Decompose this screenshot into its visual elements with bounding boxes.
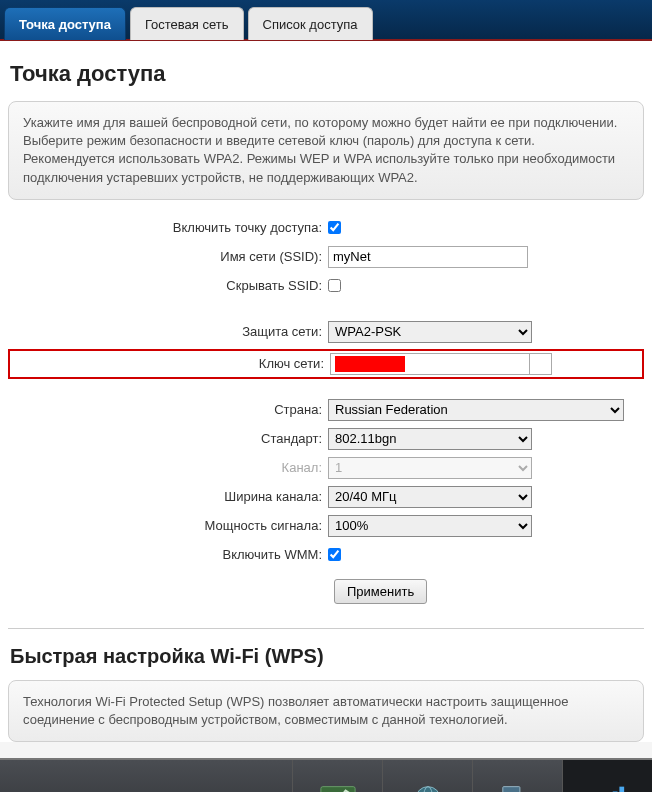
nav-stats[interactable] (292, 760, 382, 792)
key-reveal-button[interactable] (530, 353, 552, 375)
security-label: Защита сети: (8, 324, 328, 339)
power-select[interactable]: 100% (328, 515, 532, 537)
enable-checkbox[interactable] (328, 221, 341, 234)
standard-select[interactable]: 802.11bgn (328, 428, 532, 450)
svg-rect-12 (619, 786, 624, 792)
wps-intro-box: Технология Wi-Fi Protected Setup (WPS) п… (8, 680, 644, 742)
monitors-icon (499, 782, 537, 792)
network-key-row: Ключ сети: (8, 349, 644, 379)
apply-button[interactable]: Применить (334, 579, 427, 604)
security-select[interactable]: WPA2-PSK (328, 321, 532, 343)
width-label: Ширина канала: (8, 489, 328, 504)
tab-guest-network[interactable]: Гостевая сеть (130, 7, 244, 40)
wmm-label: Включить WMM: (8, 547, 328, 562)
wps-title: Быстрая настройка Wi-Fi (WPS) (10, 645, 644, 668)
form-area: Включить точку доступа: Имя сети (SSID):… (8, 216, 644, 620)
hide-ssid-label: Скрывать SSID: (8, 278, 328, 293)
chart-icon (319, 782, 357, 792)
svg-rect-0 (320, 786, 354, 792)
country-label: Страна: (8, 402, 328, 417)
standard-label: Стандарт: (8, 431, 328, 446)
signal-bars-icon (589, 782, 627, 792)
divider (8, 628, 644, 629)
tabs-bar: Точка доступа Гостевая сеть Список досту… (0, 0, 652, 41)
tab-access-point[interactable]: Точка доступа (4, 7, 126, 40)
key-label: Ключ сети: (10, 356, 330, 371)
svg-rect-4 (502, 786, 519, 792)
channel-select: 1 (328, 457, 532, 479)
intro-box: Укажите имя для вашей беспроводной сети,… (8, 101, 644, 200)
page-title: Точка доступа (10, 61, 644, 87)
nav-wifi[interactable] (562, 760, 652, 792)
globe-icon (409, 782, 447, 792)
ssid-input[interactable] (328, 246, 528, 268)
nav-lan[interactable] (472, 760, 562, 792)
key-redacted (335, 356, 405, 372)
country-select[interactable]: Russian Federation (328, 399, 624, 421)
ssid-label: Имя сети (SSID): (8, 249, 328, 264)
tab-access-list[interactable]: Список доступа (248, 7, 373, 40)
width-select[interactable]: 20/40 МГц (328, 486, 532, 508)
nav-internet[interactable] (382, 760, 472, 792)
power-label: Мощность сигнала: (8, 518, 328, 533)
bottom-bar (0, 758, 652, 792)
content-area: Точка доступа Укажите имя для вашей бесп… (0, 41, 652, 742)
svg-point-1 (415, 786, 440, 792)
hide-ssid-checkbox[interactable] (328, 279, 341, 292)
enable-label: Включить точку доступа: (8, 220, 328, 235)
wmm-checkbox[interactable] (328, 548, 341, 561)
key-input[interactable] (330, 353, 530, 375)
channel-label: Канал: (8, 460, 328, 475)
